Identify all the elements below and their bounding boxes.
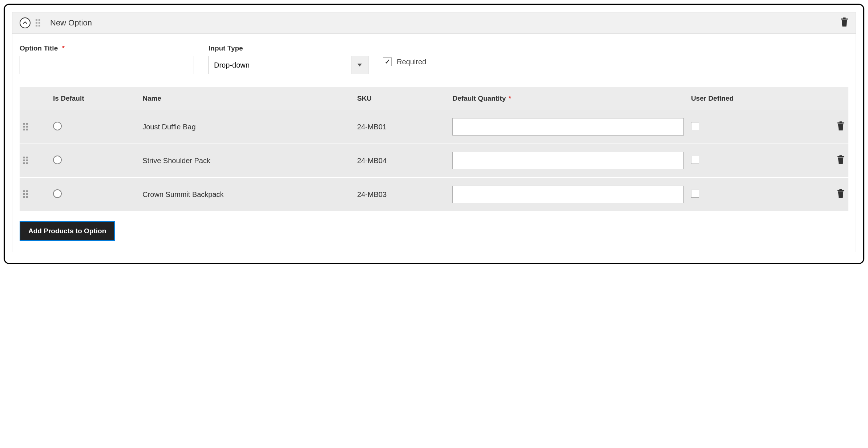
row-drag-handle-icon[interactable] bbox=[23, 190, 29, 198]
panel-body: Option Title * Input Type Drop-down bbox=[12, 34, 856, 252]
collapse-toggle[interactable] bbox=[20, 17, 31, 28]
row-name: Crown Summit Backpack bbox=[139, 178, 354, 211]
chevron-down-icon bbox=[358, 64, 362, 66]
user-defined-checkbox[interactable] bbox=[691, 190, 699, 198]
svg-rect-8 bbox=[837, 190, 844, 191]
panel-header: New Option bbox=[12, 12, 856, 34]
header-sku: SKU bbox=[354, 87, 449, 110]
row-name: Strive Shoulder Pack bbox=[139, 144, 354, 178]
required-label: Required bbox=[397, 58, 426, 66]
default-quantity-input[interactable] bbox=[452, 118, 683, 136]
svg-rect-5 bbox=[839, 155, 842, 156]
drag-handle-icon[interactable] bbox=[36, 19, 41, 27]
option-panel: New Option Option Title * bbox=[12, 12, 856, 252]
products-table-wrap: Is Default Name SKU Default Quantity * U… bbox=[20, 87, 848, 211]
required-group: Required bbox=[383, 57, 426, 66]
delete-option-button[interactable] bbox=[840, 17, 848, 28]
table-row: Crown Summit Backpack24-MB03 bbox=[20, 178, 848, 211]
svg-marker-2 bbox=[358, 64, 362, 66]
is-default-radio[interactable] bbox=[53, 189, 62, 198]
trash-icon bbox=[840, 17, 848, 27]
row-name: Joust Duffle Bag bbox=[139, 110, 354, 144]
table-row: Strive Shoulder Pack24-MB04 bbox=[20, 144, 848, 178]
header-is-default: Is Default bbox=[49, 87, 139, 110]
input-type-value: Drop-down bbox=[209, 56, 351, 74]
chevron-up-icon bbox=[23, 20, 28, 25]
svg-rect-6 bbox=[837, 156, 844, 157]
row-sku: 24-MB01 bbox=[354, 110, 449, 144]
is-default-radio[interactable] bbox=[53, 156, 62, 164]
svg-rect-0 bbox=[843, 17, 845, 19]
user-defined-checkbox[interactable] bbox=[691, 122, 699, 130]
option-title-group: Option Title * bbox=[20, 44, 194, 74]
row-drag-handle-icon[interactable] bbox=[23, 123, 29, 131]
header-default-qty: Default Quantity * bbox=[449, 87, 687, 110]
trash-icon bbox=[837, 121, 845, 131]
input-type-group: Input Type Drop-down bbox=[209, 44, 368, 74]
svg-rect-4 bbox=[837, 122, 844, 123]
trash-icon bbox=[837, 155, 845, 165]
delete-row-button[interactable] bbox=[837, 124, 845, 132]
input-type-select[interactable]: Drop-down bbox=[209, 56, 368, 74]
required-checkbox[interactable] bbox=[383, 57, 392, 66]
user-defined-checkbox[interactable] bbox=[691, 156, 699, 164]
required-star-icon: * bbox=[509, 94, 511, 102]
input-type-dropdown-button[interactable] bbox=[351, 56, 368, 74]
is-default-radio[interactable] bbox=[53, 122, 62, 130]
option-title-label: Option Title * bbox=[20, 44, 194, 52]
delete-row-button[interactable] bbox=[837, 192, 845, 200]
trash-icon bbox=[837, 189, 845, 198]
svg-rect-3 bbox=[839, 121, 842, 122]
option-title-label-text: Option Title bbox=[20, 44, 58, 52]
default-quantity-input[interactable] bbox=[452, 152, 683, 169]
option-title-input[interactable] bbox=[20, 56, 194, 74]
delete-row-button[interactable] bbox=[837, 158, 845, 166]
svg-rect-7 bbox=[839, 189, 842, 190]
row-sku: 24-MB04 bbox=[354, 144, 449, 178]
input-type-label: Input Type bbox=[209, 44, 368, 52]
form-row: Option Title * Input Type Drop-down bbox=[20, 44, 848, 74]
row-sku: 24-MB03 bbox=[354, 178, 449, 211]
header-user-defined: User Defined bbox=[687, 87, 813, 110]
row-drag-handle-icon[interactable] bbox=[23, 157, 29, 165]
default-quantity-input[interactable] bbox=[452, 186, 683, 203]
table-row: Joust Duffle Bag24-MB01 bbox=[20, 110, 848, 144]
products-table: Is Default Name SKU Default Quantity * U… bbox=[20, 87, 848, 211]
add-products-button[interactable]: Add Products to Option bbox=[20, 221, 115, 241]
svg-rect-1 bbox=[841, 19, 848, 20]
required-star-icon: * bbox=[62, 44, 64, 52]
header-default-qty-text: Default Quantity bbox=[452, 94, 506, 102]
panel-title: New Option bbox=[50, 18, 92, 28]
header-name: Name bbox=[139, 87, 354, 110]
